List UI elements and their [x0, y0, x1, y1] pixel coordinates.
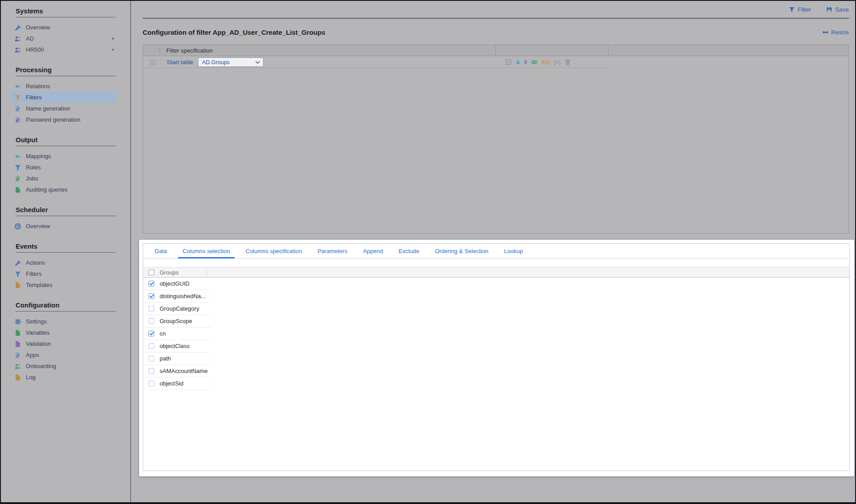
- resize-button[interactable]: Resize: [822, 29, 849, 36]
- relation-arrows-icon: [14, 83, 21, 90]
- sidebar-item-overview[interactable]: Overview: [11, 22, 116, 33]
- filter-specification-title: Filter specification: [166, 47, 213, 54]
- tab-data[interactable]: Data: [150, 245, 171, 258]
- sidebar-item-auditing-queries[interactable]: Auditing queries: [11, 184, 116, 195]
- sidebar-item-variables[interactable]: Variables: [11, 327, 116, 338]
- doc-pencil-icon: [14, 352, 21, 359]
- column-checkbox[interactable]: [148, 318, 154, 324]
- column-row-cn[interactable]: cn: [143, 328, 212, 340]
- column-checkbox[interactable]: [148, 356, 154, 361]
- section-divider: [16, 76, 116, 76]
- column-row-path[interactable]: path: [143, 352, 212, 365]
- link-icon[interactable]: [531, 59, 538, 66]
- sidebar-item-name-generation[interactable]: Name generation: [11, 103, 116, 114]
- column-checkbox[interactable]: [148, 281, 154, 287]
- funnel-icon: [14, 270, 21, 278]
- sidebar-item-label: HR500: [26, 46, 44, 53]
- column-row-samaccountname[interactable]: sAMAccountName: [143, 365, 212, 377]
- section-divider: [16, 146, 116, 146]
- section-title: Scheduler: [16, 206, 116, 213]
- sidebar-item-settings[interactable]: Settings: [11, 316, 116, 327]
- column-checkbox[interactable]: [148, 368, 154, 374]
- section-title: Systems: [16, 7, 116, 15]
- doc-pencil-icon: [14, 105, 21, 112]
- row-action-icons: &‖f(x)|×|: [505, 56, 571, 68]
- sidebar-item-filters[interactable]: Filters: [11, 92, 116, 103]
- sidebar-item-hr500[interactable]: HR500: [11, 44, 116, 55]
- save-button-label: Save: [835, 6, 849, 13]
- column-row-groupcategory[interactable]: GroupCategory: [143, 303, 212, 315]
- column-checkbox[interactable]: [148, 306, 154, 311]
- title-row: Configuration of filter App_AD_User_Crea…: [143, 29, 849, 36]
- resize-button-label: Resize: [831, 29, 849, 36]
- wrench-icon: [14, 259, 21, 266]
- filter-grid-header: Filter specification: [143, 45, 848, 56]
- save-button[interactable]: Save: [826, 6, 849, 13]
- sidebar-item-roles[interactable]: Roles: [11, 162, 116, 173]
- resize-arrows-icon: [822, 29, 829, 36]
- column-row-objectsid[interactable]: objectSid: [143, 377, 212, 390]
- tab-append[interactable]: Append: [358, 245, 387, 258]
- start-table-select[interactable]: AD.Groups: [198, 57, 263, 67]
- sidebar-item-ad[interactable]: AD: [11, 33, 116, 44]
- filter-funnel-icon: [789, 6, 795, 12]
- column-checkbox[interactable]: [148, 381, 154, 386]
- filter-grid-header-cell: [608, 45, 848, 56]
- trash-icon[interactable]: [564, 59, 571, 66]
- column-label: objectSid: [160, 380, 183, 387]
- sidebar-item-actions[interactable]: Actions: [11, 257, 116, 268]
- column-checkbox[interactable]: [148, 293, 154, 299]
- sidebar-item-log[interactable]: Log: [11, 372, 116, 383]
- column-label: objectClass: [160, 343, 189, 349]
- main-area: Filter Save Configuration of filter App_…: [131, 1, 855, 502]
- sidebar-section-systems: SystemsOverviewADHR500: [1, 7, 130, 55]
- drag-handle-icon[interactable]: [149, 59, 156, 66]
- sidebar-item-filters[interactable]: Filters: [11, 268, 116, 279]
- column-row-objectclass[interactable]: objectClass: [143, 340, 212, 352]
- tab-exclude[interactable]: Exclude: [394, 245, 424, 258]
- gear-icon: [14, 318, 21, 325]
- column-label: cn: [160, 330, 166, 337]
- tab-columns-specification[interactable]: Columns specification: [241, 245, 306, 258]
- sidebar-item-password-generation[interactable]: Password generation: [11, 114, 116, 125]
- filter-button-label: Filter: [798, 6, 811, 13]
- clear-value-icon[interactable]: |×|: [554, 59, 560, 65]
- filter-grid-header-cell: [495, 45, 608, 56]
- column-checkbox[interactable]: [148, 343, 154, 349]
- tab-ordering-selection[interactable]: Ordering & Selection: [430, 245, 493, 258]
- sidebar-item-onboarding[interactable]: Onboarding: [11, 361, 116, 372]
- sidebar-item-mappings[interactable]: Mappings: [11, 151, 116, 162]
- filter-button[interactable]: Filter: [789, 6, 811, 13]
- top-toolbar: Filter Save: [143, 1, 849, 19]
- sidebar-item-label: Relations: [26, 83, 50, 90]
- sidebar-item-apps[interactable]: Apps: [11, 349, 116, 361]
- sidebar-sections: SystemsOverviewADHR500ProcessingRelation…: [1, 7, 130, 383]
- and-operator-icon[interactable]: &: [516, 59, 520, 65]
- chevron-down-icon: [255, 61, 260, 64]
- tab-parameters[interactable]: Parameters: [313, 245, 352, 258]
- column-row-distinguishedna[interactable]: distinguishedNa...: [143, 290, 212, 303]
- page-title: Configuration of filter App_AD_User_Crea…: [143, 29, 325, 36]
- select-all-checkbox[interactable]: [148, 270, 154, 275]
- sidebar-item-label: Overview: [26, 24, 50, 31]
- tab-lookup[interactable]: Lookup: [499, 245, 527, 258]
- column-row-objectguid[interactable]: objectGUID: [143, 278, 212, 290]
- parallel-operator-icon[interactable]: ‖: [524, 59, 527, 65]
- tab-bar: DataColumns selectionColumns specificati…: [143, 244, 849, 258]
- sidebar-item-label: Variables: [26, 329, 49, 336]
- checkbox-validate-icon[interactable]: [505, 59, 512, 66]
- chevron-right-icon: [111, 37, 115, 41]
- sidebar-item-label: Auditing queries: [26, 186, 67, 193]
- doc-icon: [14, 329, 21, 336]
- function-icon[interactable]: f(x): [542, 59, 550, 65]
- column-row-groupscope[interactable]: GroupScope: [143, 315, 212, 328]
- sidebar-item-templates[interactable]: Templates: [11, 279, 116, 291]
- sidebar-item-overview[interactable]: Overview: [11, 221, 116, 232]
- column-divider: [206, 269, 207, 276]
- sidebar-item-relations[interactable]: Relations: [11, 81, 116, 92]
- column-label: GroupScope: [160, 318, 192, 324]
- sidebar-item-jobs[interactable]: Jobs: [11, 173, 116, 184]
- column-checkbox[interactable]: [148, 331, 154, 336]
- sidebar-item-validation[interactable]: Validation: [11, 338, 116, 349]
- tab-columns-selection[interactable]: Columns selection: [178, 245, 234, 258]
